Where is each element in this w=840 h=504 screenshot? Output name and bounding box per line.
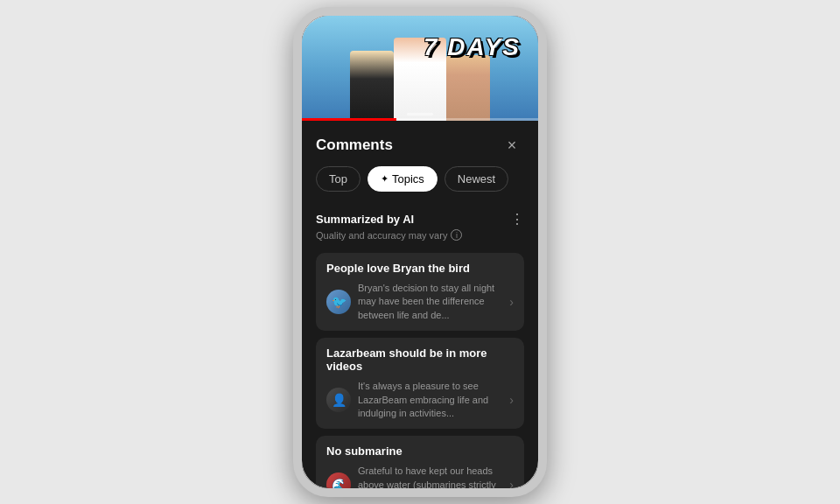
info-icon[interactable]: i (451, 229, 462, 241)
tab-topics-label: Topics (392, 172, 424, 186)
summarized-subtitle: Quality and accuracy may vary i (316, 229, 524, 241)
avatar-icon-3: 🌊 (332, 478, 346, 488)
days-text: 7 DAYS (424, 33, 521, 61)
progress-bar-fill (302, 118, 396, 121)
topic-preview-3: Grateful to have kept our heads above wa… (358, 465, 502, 488)
person-right (446, 55, 490, 121)
avatar-icon-2: 👤 (332, 393, 346, 407)
topic-card-title-3: No submarine (326, 444, 514, 458)
avatar-2: 👤 (326, 388, 351, 412)
tab-newest[interactable]: Newest (444, 166, 508, 192)
person-left (350, 51, 394, 121)
topic-preview-1: Bryan's decision to stay all night may h… (358, 282, 502, 322)
tab-top[interactable]: Top (316, 166, 360, 192)
phone-device: 7 DAYS Comments × Top ✦ Topics (293, 7, 547, 497)
comments-panel: Comments × Top ✦ Topics Newest Summarize… (302, 121, 538, 488)
topic-card-submarine[interactable]: No submarine 🌊 Grateful to have kept our… (316, 436, 524, 488)
avatar-3: 🌊 (326, 472, 351, 488)
topics-list: People love Bryan the bird 🐦 Bryan's dec… (302, 246, 538, 488)
topic-card-row-3: 🌊 Grateful to have kept our heads above … (326, 465, 514, 488)
topic-card-row-2: 👤 It's always a pleasure to see LazarBea… (326, 380, 514, 420)
close-button[interactable]: × (500, 133, 524, 158)
video-thumbnail: 7 DAYS (302, 16, 538, 121)
topic-preview-2: It's always a pleasure to see LazarBeam … (358, 380, 502, 420)
topic-card-title-1: People love Bryan the bird (326, 262, 514, 275)
more-options-button[interactable]: ⋮ (510, 211, 524, 228)
avatar-1: 🐦 (326, 290, 351, 314)
topic-card-lazar[interactable]: Lazarbeam should be in more videos 👤 It'… (316, 338, 524, 429)
topics-star-icon: ✦ (381, 173, 388, 185)
topic-card-title-2: Lazarbeam should be in more videos (326, 346, 514, 373)
tabs-row: Top ✦ Topics Newest (302, 166, 538, 202)
comments-header: Comments × (302, 121, 538, 166)
topic-card-bryan[interactable]: People love Bryan the bird 🐦 Bryan's dec… (316, 253, 524, 331)
comments-title: Comments (316, 136, 393, 154)
phone-screen: 7 DAYS Comments × Top ✦ Topics (302, 16, 538, 488)
progress-bar-container (302, 118, 538, 121)
summarized-subtitle-text: Quality and accuracy may vary (316, 230, 447, 241)
chevron-right-icon-3: › (509, 478, 514, 488)
chevron-right-icon-2: › (509, 393, 514, 407)
avatar-icon-1: 🐦 (332, 295, 346, 309)
summarized-header: Summarized by AI ⋮ (316, 211, 524, 228)
summarized-title: Summarized by AI (316, 213, 414, 226)
phone-frame: 7 DAYS Comments × Top ✦ Topics (293, 7, 547, 497)
drag-handle[interactable] (407, 113, 433, 116)
summarized-section: Summarized by AI ⋮ Quality and accuracy … (302, 202, 538, 246)
chevron-right-icon-1: › (509, 295, 514, 309)
tab-topics[interactable]: ✦ Topics (368, 166, 438, 192)
topic-card-row-1: 🐦 Bryan's decision to stay all night may… (326, 282, 514, 322)
